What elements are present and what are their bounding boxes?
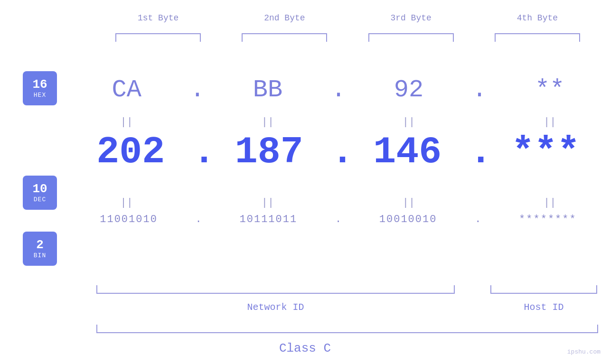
bracket-3 <box>368 33 454 42</box>
hex-dot-2: . <box>331 76 345 104</box>
hex-dot-1: . <box>190 76 204 104</box>
bin-badge-num: 2 <box>36 238 44 252</box>
bin-byte-2: 10111011 <box>225 214 311 225</box>
bin-dot-3: . <box>471 214 485 225</box>
host-bracket <box>490 285 597 294</box>
eq2-2: || <box>230 197 306 209</box>
top-brackets <box>95 33 601 42</box>
dec-row: 202 . 187 . 146 . *** <box>76 131 601 174</box>
host-id-label: Host ID <box>490 302 597 313</box>
bracket-1 <box>115 33 201 42</box>
eq-2: || <box>230 116 306 128</box>
col-header-1: 1st Byte <box>111 13 206 23</box>
bin-dot-1: . <box>191 214 206 225</box>
col-header-2: 2nd Byte <box>237 13 332 23</box>
hex-badge-label: HEX <box>34 92 46 99</box>
col-header-4: 4th Byte <box>490 13 585 23</box>
hex-dot-3: . <box>472 76 487 104</box>
class-bracket <box>96 325 598 333</box>
hex-badge: 16 HEX <box>23 71 57 105</box>
column-headers: 1st Byte 2nd Byte 3rd Byte 4th Byte <box>95 13 601 23</box>
watermark: ipshu.com <box>567 348 601 355</box>
dec-byte-3: 146 <box>360 131 455 174</box>
hex-byte-4: ** <box>512 76 588 104</box>
network-bracket <box>96 285 455 294</box>
bin-row: 11001010 . 10111011 . 10010010 . *******… <box>76 214 601 225</box>
bin-badge-label: BIN <box>34 252 46 259</box>
bin-byte-3: 10010010 <box>366 214 451 225</box>
bin-dot-2: . <box>331 214 345 225</box>
dec-dot-2: . <box>331 131 345 174</box>
eq2-4: || <box>512 197 588 209</box>
class-label: Class C <box>0 341 610 355</box>
bin-byte-4: ******** <box>505 214 591 225</box>
dec-byte-4: *** <box>498 131 593 174</box>
dec-byte-1: 202 <box>83 131 178 174</box>
network-id-label: Network ID <box>96 302 455 313</box>
equals-row-1: || || || || <box>76 116 601 128</box>
hex-byte-2: BB <box>230 76 306 104</box>
base-badges-container: 16 HEX <box>23 71 57 105</box>
eq-4: || <box>512 116 588 128</box>
dec-dot-3: . <box>469 131 484 174</box>
dec-badge-label: DEC <box>34 196 46 203</box>
bracket-2 <box>242 33 327 42</box>
hex-row: CA . BB . 92 . ** <box>76 76 601 104</box>
dec-badge-num: 10 <box>32 182 47 196</box>
hex-byte-3: 92 <box>371 76 447 104</box>
eq2-3: || <box>371 197 447 209</box>
bin-badge: 2 BIN <box>23 232 57 266</box>
eq-1: || <box>89 116 165 128</box>
bracket-4 <box>495 33 580 42</box>
eq-3: || <box>371 116 447 128</box>
main-container: 1st Byte 2nd Byte 3rd Byte 4th Byte 16 H… <box>0 0 610 364</box>
col-header-3: 3rd Byte <box>364 13 459 23</box>
hex-badge-num: 16 <box>32 78 47 92</box>
dec-dot-1: . <box>193 131 207 174</box>
bin-byte-1: 11001010 <box>86 214 171 225</box>
hex-byte-1: CA <box>89 76 165 104</box>
dec-badge: 10 DEC <box>23 176 57 210</box>
eq2-1: || <box>89 197 165 209</box>
dec-byte-2: 187 <box>222 131 317 174</box>
equals-row-2: || || || || <box>76 197 601 209</box>
